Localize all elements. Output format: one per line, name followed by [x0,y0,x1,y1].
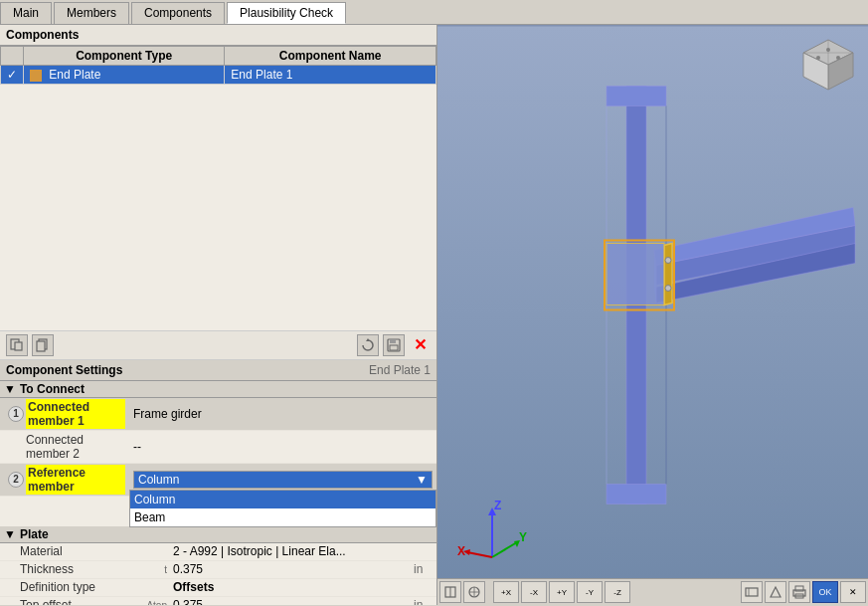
new-button[interactable] [6,334,28,356]
material-symbol [129,550,169,552]
vp-btn-print[interactable] [788,581,810,603]
tab-main[interactable]: Main [0,2,52,24]
member2-value: -- [129,439,436,455]
row-type: End Plate [24,66,225,85]
connected-member2-row[interactable]: Connected member 2 -- [0,431,436,464]
reference-badge: 2 [8,472,24,488]
vp-btn-plus-y[interactable]: +Y [549,581,575,603]
material-name: Material [0,543,129,559]
plate-expand[interactable]: ▼ [4,527,16,541]
reference-dropdown[interactable]: Column ▼ [133,471,433,489]
components-table: Component Type Component Name ✓ End Plat… [0,46,436,85]
save-button[interactable] [383,334,405,356]
top-offset-row[interactable]: Top offset Δtop 0.375 in [0,597,436,606]
svg-point-21 [665,258,671,264]
member1-badge: 1 [8,406,24,422]
to-connect-expand[interactable]: ▼ [4,382,16,396]
vp-btn-render1[interactable] [741,581,763,603]
component-icon [30,70,42,82]
thickness-name: Thickness [0,561,129,577]
component-toolbar: ✕ [0,331,436,360]
vp-btn-t-z[interactable]: -Z [605,581,630,603]
plate-section[interactable]: ▼ Plate [0,526,436,543]
top-offset-unit: in [412,597,436,605]
material-row[interactable]: Material 2 - A992 | Isotropic | Linear E… [0,543,436,561]
svg-rect-45 [746,588,758,596]
dropdown-value: Column [138,473,179,487]
svg-point-29 [836,56,840,60]
member2-label: Connected member 2 [24,432,125,462]
main-layout: Components Component Type Component Name… [0,25,868,605]
svg-text:X: X [457,544,465,558]
viewport-toolbar: +X -X +Y -Y -Z OK ✕ [437,578,868,605]
axis-indicator: Z Y X [457,498,527,570]
settings-id: End Plate 1 [369,363,431,377]
svg-text:Y: Y [519,530,527,544]
reference-member-row[interactable]: 2 Reference member Column ▼ Column Beam [0,464,436,497]
svg-rect-6 [390,339,396,343]
member1-value: Frame girder [129,406,436,422]
dropdown-item-column[interactable]: Column [130,491,435,508]
delete-button[interactable]: ✕ [409,334,431,356]
vp-btn-cancel[interactable]: ✕ [840,581,866,603]
table-row[interactable]: ✓ End Plate End Plate 1 [1,66,436,85]
plate-label: Plate [20,527,49,541]
svg-point-30 [826,48,830,52]
svg-marker-11 [607,485,666,505]
to-connect-section[interactable]: ▼ To Connect [0,381,436,398]
tab-members[interactable]: Members [54,2,129,24]
svg-line-37 [467,552,492,557]
settings-title: Component Settings [6,363,122,377]
svg-rect-1 [15,342,22,350]
thickness-value: 0.375 [169,561,412,577]
vp-btn-1[interactable] [439,581,461,603]
top-offset-symbol: Δtop [129,599,169,606]
svg-rect-3 [37,341,45,351]
settings-header: Component Settings End Plate 1 [0,360,436,381]
tab-components[interactable]: Components [131,2,225,24]
thickness-symbol: t [129,563,169,576]
top-offset-name: Top offset [0,597,129,605]
reference-label: Reference member [26,465,125,495]
row-name: End Plate 1 [225,66,436,85]
deftype-symbol [129,586,169,588]
deftype-name: Definition type [0,579,129,595]
reference-dropdown-container[interactable]: Column ▼ Column Beam [129,470,436,490]
to-connect-label: To Connect [20,382,85,396]
tab-bar: Main Members Components Plausibility Che… [0,0,868,25]
components-header: Components [0,25,436,46]
member1-label: Connected member 1 [26,399,125,429]
thickness-row[interactable]: Thickness t 0.375 in [0,561,436,579]
vp-btn-2[interactable] [463,581,485,603]
thickness-unit: in [412,561,436,577]
svg-marker-18 [664,244,672,305]
row-checkbox[interactable]: ✓ [1,66,24,85]
svg-line-34 [492,542,517,557]
cube-svg [798,35,858,95]
vp-btn-ok[interactable]: OK [812,581,838,603]
svg-marker-10 [607,87,666,106]
vp-btn-minus-y[interactable]: -Y [577,581,603,603]
col-check [1,47,24,66]
navigation-cube[interactable] [798,35,858,95]
material-value: 2 - A992 | Isotropic | Linear Ela... [169,543,436,559]
tab-plausibility[interactable]: Plausibility Check [227,2,346,24]
copy-button[interactable] [32,334,54,356]
settings-panel: Component Settings End Plate 1 ▼ To Conn… [0,360,436,606]
svg-point-28 [816,56,820,60]
svg-text:Z: Z [494,499,501,512]
svg-marker-47 [771,587,781,597]
deftype-row[interactable]: Definition type Offsets [0,579,436,597]
col-name: Component Name [225,47,436,66]
left-panel: Components Component Type Component Name… [0,25,437,605]
refresh-button[interactable] [357,334,379,356]
vp-btn-minus-x[interactable]: -X [521,581,547,603]
connected-member1-row[interactable]: 1 Connected member 1 Frame girder [0,398,436,431]
right-panel: Z Y X +X -X +Y -Y -Z [437,25,868,605]
dropdown-item-beam[interactable]: Beam [130,508,435,526]
svg-marker-19 [607,244,664,305]
offsets-label: Offsets [169,579,436,595]
vp-btn-plus-x[interactable]: +X [493,581,519,603]
dropdown-arrow: ▼ [416,473,428,487]
vp-btn-render2[interactable] [765,581,786,603]
